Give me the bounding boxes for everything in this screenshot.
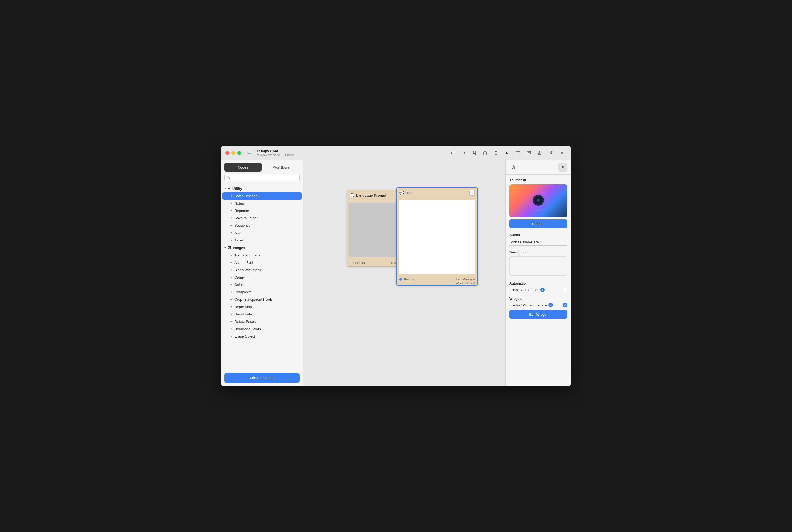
port-input-text: Input (Text) [350, 261, 365, 264]
delete-button[interactable] [491, 148, 501, 158]
sidebar-item-composite[interactable]: ✦ Composite [222, 288, 302, 296]
tab-nodes[interactable]: Nodes [224, 163, 261, 171]
canvas-area[interactable]: 💬 Language Prompt ▾ Input (Text) Output [303, 160, 505, 386]
paste-button[interactable] [480, 148, 490, 158]
search-input[interactable] [224, 174, 299, 181]
undo-button[interactable]: ↩ [447, 148, 457, 158]
sidebar-item-timer[interactable]: ✦ Timer [222, 236, 302, 244]
sidebar-item-save-to-folder[interactable]: ✦ Save to Folder [222, 214, 302, 222]
utility-arrow-icon: ▾ [224, 187, 226, 190]
node-gpt-footer: Prompt Last Message Whole Thread [397, 276, 477, 286]
redo-button[interactable]: ↪ [458, 148, 468, 158]
aspect-ratio-label: Aspect Ratio [235, 261, 255, 265]
description-textarea[interactable] [510, 256, 567, 276]
sidebar-item-blend-with-mask[interactable]: ✦ Blend With Mask [222, 266, 302, 274]
sidebar-footer: Add to Canvas [221, 369, 303, 386]
rp-settings-button[interactable] [510, 163, 518, 171]
repeater-label: Repeater [235, 209, 249, 213]
sidebar-tabs: Nodes Workflows [221, 160, 303, 174]
present2-button[interactable] [524, 148, 534, 158]
dominant-colors-icon: ✦ [230, 327, 233, 331]
batch-images-label: Batch (Images) [235, 194, 259, 198]
category-utility[interactable]: ▾ ✦ Utility [221, 185, 303, 192]
svg-rect-6 [516, 151, 520, 154]
toolbar-actions: ↩ ↪ ▶ [447, 148, 567, 158]
tab-workflows[interactable]: Workflows [263, 163, 300, 171]
author-input[interactable] [510, 239, 567, 246]
sidebar-item-depth-map[interactable]: ✦ Depth Map [222, 303, 302, 310]
sidebar-list: ▾ ✦ Utility ✦ Batch (Images) ✦ Notes ✦ R… [221, 184, 303, 369]
utility-label: Utility [232, 187, 242, 191]
node-gpt-header: 💬 GPT ▾ [397, 188, 477, 198]
sidebar-toggle-button[interactable] [246, 149, 253, 157]
enable-automation-checkbox[interactable] [563, 288, 567, 292]
more-button[interactable]: » [557, 148, 567, 158]
svg-rect-5 [484, 152, 486, 155]
sidebar-item-notes[interactable]: ✦ Notes [222, 200, 302, 207]
minimize-button[interactable] [232, 151, 235, 155]
svg-rect-2 [248, 153, 251, 154]
edit-widget-button[interactable]: Edit Widget [510, 310, 567, 319]
main-area: Nodes Workflows 🔍 ▾ ✦ Utility ✦ Batch [221, 160, 571, 386]
images-icon: 🖼 [227, 246, 231, 250]
maximize-button[interactable] [238, 151, 241, 155]
sidebar-item-crop-transparent[interactable]: ✦ Crop Transparent Pixels [222, 296, 302, 303]
enable-automation-info[interactable]: i [540, 288, 545, 292]
add-to-canvas-button[interactable]: Add to Canvas [224, 373, 299, 383]
sidebar-item-batch-images[interactable]: ✦ Batch (Images) [222, 192, 302, 200]
sidebar-item-desaturate[interactable]: ✦ Desaturate [222, 310, 302, 318]
present-button[interactable] [513, 148, 523, 158]
refresh-button[interactable]: ↺ [546, 148, 556, 158]
sidebar-item-erase-object[interactable]: ✦ Erase Object [222, 332, 302, 340]
widgets-section: Widgets Enable Widget Interface i ✓ Edit… [510, 297, 567, 319]
crop-transparent-icon: ✦ [230, 298, 233, 302]
node-gpt-title: 💬 GPT [399, 191, 413, 195]
description-section: Description [510, 250, 567, 277]
enable-automation-label-row: Enable Automation i [510, 288, 545, 292]
sidebar-item-aspect-ratio[interactable]: ✦ Aspect Ratio [222, 259, 302, 266]
gpt-dropdown[interactable]: ▾ [469, 190, 475, 195]
change-thumbnail-button[interactable]: Change [510, 219, 567, 228]
svg-rect-1 [248, 153, 251, 153]
category-images[interactable]: ▾ 🖼 Images [221, 244, 303, 251]
close-button[interactable] [225, 151, 229, 155]
language-prompt-title-text: Language Prompt [356, 193, 386, 197]
notes-icon: ✦ [230, 201, 233, 205]
node-gpt-body [399, 200, 475, 274]
blend-with-mask-label: Blend With Mask [235, 268, 261, 272]
author-section: Author [510, 233, 567, 246]
play-button[interactable]: ▶ [502, 148, 512, 158]
rp-sparkles-button[interactable]: ✦ [558, 163, 567, 171]
right-panel: ✦ Thumbnail [505, 160, 571, 386]
sidebar-item-animated-image[interactable]: ✦ Animated Image [222, 251, 302, 259]
svg-point-8 [528, 152, 529, 153]
sidebar-item-canny[interactable]: ✦ Canny [222, 274, 302, 281]
copy-button[interactable] [469, 148, 479, 158]
size-label: Size [235, 231, 241, 235]
enable-widget-checkbox[interactable]: ✓ [563, 303, 567, 307]
traffic-lights [225, 151, 241, 155]
sidebar-item-color[interactable]: ✦ Color [222, 281, 302, 288]
canny-label: Canny [235, 275, 245, 279]
erase-object-icon: ✦ [230, 334, 233, 338]
right-panel-content: Thumbnail [505, 174, 571, 386]
share-button[interactable] [535, 148, 545, 158]
sidebar-item-repeater[interactable]: ✦ Repeater [222, 207, 302, 214]
svg-point-19 [538, 200, 539, 201]
node-gpt[interactable]: 💬 GPT ▾ Prompt Last Message [396, 187, 478, 286]
titlebar-center: Grumpy Chat Odyssey Workflow — Edited [253, 149, 447, 156]
enable-widget-info[interactable]: i [549, 303, 553, 307]
save-to-folder-label: Save to Folder [235, 216, 258, 220]
utility-icon: ✦ [227, 186, 231, 191]
automation-section: Automation Enable Automation i [510, 282, 567, 292]
sidebar-item-size[interactable]: ✦ Size [222, 229, 302, 236]
detect-poses-icon: ✦ [230, 320, 233, 324]
sidebar-item-dominant-colors[interactable]: ✦ Dominant Colors [222, 325, 302, 332]
desaturate-icon: ✦ [230, 312, 233, 316]
sidebar: Nodes Workflows 🔍 ▾ ✦ Utility ✦ Batch [221, 160, 303, 386]
color-label: Color [235, 283, 243, 287]
sidebar-item-detect-poses[interactable]: ✦ Detect Poses [222, 318, 302, 325]
port-whole-thread-label: Whole Thread [456, 282, 475, 285]
sidebar-item-sequencer[interactable]: ✦ Sequencer [222, 222, 302, 229]
canny-icon: ✦ [230, 275, 233, 279]
